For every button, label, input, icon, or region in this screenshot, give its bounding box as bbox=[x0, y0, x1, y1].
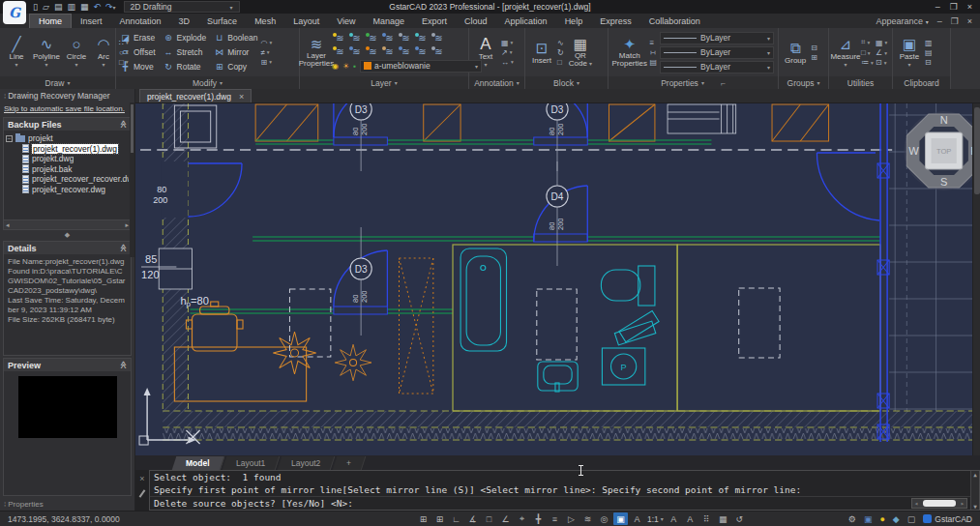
ribbon-tab[interactable]: Annotation bbox=[111, 14, 170, 28]
draw-tool-button[interactable]: ◠ Arc ▾ bbox=[91, 36, 116, 69]
property-dropdown[interactable]: ByLayer ▾ bbox=[660, 32, 774, 44]
collapse-icon[interactable]: ≪ bbox=[118, 244, 127, 251]
status-toggle-icon[interactable]: ∟ bbox=[449, 512, 463, 525]
status-toggle-icon[interactable]: □ bbox=[482, 512, 496, 525]
panel-grip-icon[interactable]: ⁞ bbox=[4, 500, 5, 509]
scroll-left-icon[interactable]: ◂ bbox=[914, 500, 918, 508]
status-toggle-icon[interactable]: A bbox=[683, 512, 698, 525]
utilities-mini-button[interactable]: ≔▾ bbox=[861, 58, 875, 67]
layer-state-icon[interactable]: ≋ bbox=[398, 45, 414, 59]
status-toggle-icon[interactable]: ▣ bbox=[613, 512, 628, 525]
ribbon-tab[interactable]: Mesh bbox=[246, 14, 284, 28]
qat-icon[interactable]: ↷ bbox=[105, 2, 113, 12]
collapse-icon[interactable]: ≪ bbox=[118, 120, 127, 128]
status-utility-icon[interactable]: ● bbox=[879, 514, 884, 524]
close-button[interactable]: × bbox=[967, 2, 972, 12]
tree-file-row[interactable]: projekt_recover.dwg bbox=[6, 185, 129, 195]
status-toggle-icon[interactable]: ⊞ bbox=[416, 512, 431, 525]
ribbon-tab[interactable]: Cloud bbox=[456, 14, 496, 28]
layer-state-icon[interactable]: ≋ bbox=[381, 45, 398, 59]
utilities-mini-button[interactable]: □▾ bbox=[861, 48, 875, 57]
layer-state-icon[interactable]: ≋ bbox=[348, 45, 365, 59]
status-utility-icon[interactable]: ▢ bbox=[907, 514, 916, 524]
panel-label-groups[interactable]: Groups▾ bbox=[779, 76, 828, 89]
ribbon-tab[interactable]: Surface bbox=[198, 14, 246, 28]
qr-code-button[interactable]: ▦ QRCode ▾ bbox=[567, 36, 594, 70]
modify-tool-button[interactable]: ⊂ Offset bbox=[120, 45, 156, 60]
ribbon-tab[interactable]: Application bbox=[496, 14, 556, 28]
text-button[interactable]: A Text ▾ bbox=[473, 36, 498, 69]
modify-tool-button[interactable]: ↔ Stretch bbox=[163, 45, 207, 60]
dialog-launcher-icon[interactable]: ⌐ bbox=[721, 78, 726, 88]
ribbon-tab[interactable]: Layout bbox=[284, 14, 328, 28]
paste-button[interactable]: ▣ Paste ▾ bbox=[897, 36, 922, 69]
undo-caret[interactable]: ▾ bbox=[113, 4, 116, 11]
measure-button[interactable]: ⊿ Measure ▾ bbox=[833, 36, 858, 69]
clipboard-mini-button[interactable]: ▤ bbox=[925, 48, 933, 57]
file-tab[interactable]: projekt_recover(1).dwg × bbox=[139, 89, 252, 102]
status-toggle-icon[interactable]: ╋ bbox=[531, 512, 546, 525]
ribbon-tab[interactable]: View bbox=[328, 14, 364, 28]
scroll-left-icon[interactable]: ◂ bbox=[6, 221, 10, 229]
qat-icon[interactable]: ▱ bbox=[43, 2, 49, 12]
groups-mini-button[interactable]: ⊟ bbox=[811, 44, 817, 52]
insert-block-button[interactable]: ⊡ Insert bbox=[529, 40, 554, 66]
status-toggle-icon[interactable]: A bbox=[667, 512, 681, 525]
status-toggle-icon[interactable]: ≡ bbox=[548, 512, 562, 525]
panel-label-clipboard[interactable]: Clipboard bbox=[893, 76, 950, 89]
scroll-right-icon[interactable]: ▸ bbox=[125, 221, 129, 229]
scroll-down-icon[interactable]: ▼ bbox=[973, 503, 977, 510]
panel-label-properties[interactable]: Properties▾⌐ bbox=[609, 76, 778, 89]
appearance-menu[interactable]: Appearance ▾ bbox=[876, 16, 929, 26]
command-window[interactable]: Select object: 1 foundSpecify first poin… bbox=[149, 470, 980, 511]
panel-label-block[interactable]: Block▾ bbox=[525, 76, 608, 89]
modify-tool-button[interactable]: ↻ Rotate bbox=[163, 60, 207, 74]
panel-splitter[interactable]: ◆ bbox=[0, 230, 134, 239]
workspace-switcher[interactable]: 2D Drafting ▾ bbox=[124, 1, 240, 13]
modify-tool-button[interactable]: ◪ Erase bbox=[120, 31, 156, 45]
panel-label-utilities[interactable]: Utilities bbox=[829, 76, 892, 89]
panel-label-layer[interactable]: Layer▾ bbox=[300, 76, 468, 89]
scroll-thumb[interactable] bbox=[974, 107, 980, 194]
groups-mini-button[interactable]: ⊞ bbox=[811, 53, 817, 62]
status-toggle-icon[interactable]: ▷ bbox=[564, 512, 579, 525]
utilities-mini-button[interactable]: ▦▾ bbox=[876, 38, 889, 47]
layer-state-icon[interactable]: ≋ bbox=[431, 45, 447, 59]
ribbon-tab[interactable]: Express bbox=[591, 14, 640, 28]
block-mini-button[interactable]: □ bbox=[557, 58, 564, 67]
status-utility-icon[interactable]: ▣ bbox=[864, 514, 873, 524]
match-properties-button[interactable]: ✦ MatchProperties bbox=[612, 36, 646, 70]
brand-badge[interactable]: GstarCAD bbox=[923, 514, 972, 524]
close-command-icon[interactable]: × bbox=[139, 474, 144, 483]
ribbon-tab[interactable]: Insert bbox=[72, 14, 111, 28]
qat-icon[interactable]: ▦ bbox=[80, 2, 89, 12]
draw-tool-button[interactable]: ○ Circle ▾ bbox=[64, 36, 89, 69]
utilities-mini-button[interactable]: ⊡▾ bbox=[876, 58, 889, 67]
layer-select[interactable]: a-umeblowanie ▾ bbox=[360, 60, 482, 73]
layer-state-icon[interactable]: ≋ bbox=[381, 32, 398, 45]
ribbon-tab[interactable]: Export bbox=[413, 14, 456, 28]
backup-horizontal-scrollbar[interactable]: ◂ ▸ bbox=[4, 219, 131, 229]
layer-on-icon[interactable]: ◉ bbox=[332, 62, 339, 71]
modify-tool-button[interactable]: ⊞ Copy bbox=[214, 60, 257, 74]
modify-tool-button[interactable]: ⊛ Explode bbox=[163, 31, 207, 45]
annotation-mini-button[interactable]: ↗▾ bbox=[501, 48, 514, 57]
layer-state-icon[interactable]: ≋ bbox=[414, 32, 431, 45]
app-logo[interactable]: G bbox=[3, 1, 26, 24]
autosave-location-link[interactable]: Skip to automatic save file location. bbox=[0, 102, 134, 115]
layout-tab[interactable]: Layout2 bbox=[278, 456, 336, 470]
tree-folder-row[interactable]: – projekt bbox=[6, 133, 129, 144]
annotation-mini-button[interactable]: ↔▾ bbox=[501, 58, 514, 67]
panel-label-annotation[interactable]: Annotation▾ bbox=[469, 76, 524, 89]
recovery-vertical-scrollbar[interactable] bbox=[130, 102, 134, 257]
annotation-scale-select[interactable]: 1:1▾ bbox=[644, 514, 667, 524]
minimize-button[interactable]: – bbox=[935, 2, 940, 12]
layer-state-icon[interactable]: ≋ bbox=[365, 32, 381, 45]
close-tab-icon[interactable]: × bbox=[239, 92, 244, 102]
restore-button[interactable]: ❐ bbox=[950, 2, 958, 12]
layer-state-icon[interactable]: ≋ bbox=[348, 32, 365, 45]
status-toggle-icon[interactable]: ∡ bbox=[465, 512, 480, 525]
canvas-vertical-scrollbar[interactable] bbox=[972, 103, 980, 455]
status-toggle-icon[interactable]: ⌖ bbox=[515, 512, 529, 525]
group-button[interactable]: ⧉ Group bbox=[783, 40, 808, 66]
